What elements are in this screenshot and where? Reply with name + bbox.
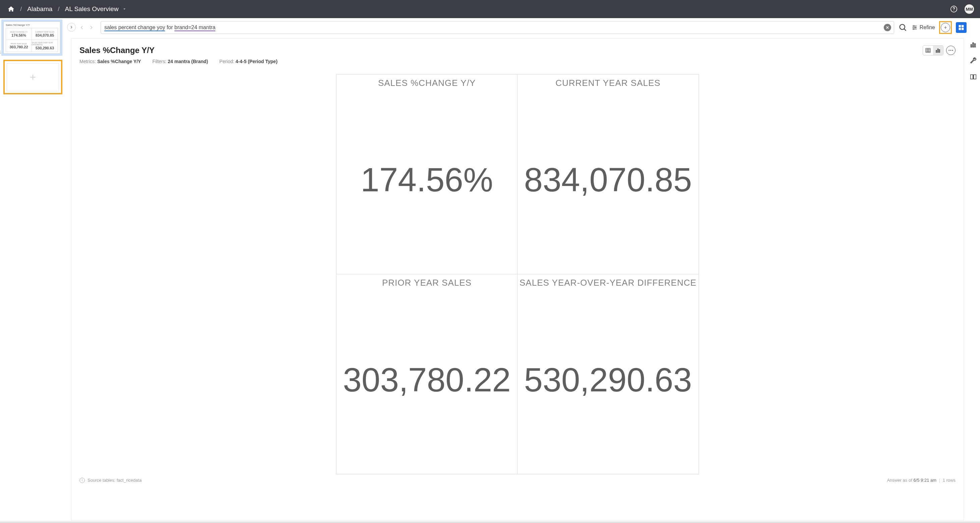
search-segment-for: for	[165, 24, 174, 30]
svg-rect-15	[938, 49, 939, 53]
metric-header: SALES YEAR-OVER-YEAR DIFFERENCE	[520, 277, 697, 288]
breadcrumb-level-2[interactable]: AL Sales Overview	[65, 5, 119, 13]
svg-point-2	[899, 24, 905, 30]
view-table-button[interactable]	[923, 46, 933, 55]
svg-rect-9	[962, 28, 964, 30]
search-segment-metric: sales percent change yoy	[104, 24, 165, 31]
meta-metrics: Metrics: Sales %Change Y/Y	[80, 59, 141, 64]
metric-header: SALES %CHANGE Y/Y	[378, 78, 476, 88]
layout-grid-button[interactable]	[956, 22, 967, 33]
breadcrumb-sep: /	[58, 5, 59, 13]
metric-value: 834,070.85	[520, 88, 697, 271]
svg-rect-12	[975, 44, 976, 47]
svg-rect-16	[939, 50, 940, 53]
add-slide-button[interactable]	[7, 63, 59, 91]
search-input[interactable]: sales percent change yoy for brand=24 ma…	[100, 21, 894, 34]
help-icon[interactable]	[949, 4, 959, 14]
refine-button[interactable]: Refine	[912, 24, 935, 30]
search-segment-filter: brand=24 mantra	[174, 24, 215, 31]
user-avatar[interactable]: MM	[964, 4, 974, 14]
metric-header: PRIOR YEAR SALES	[382, 277, 472, 288]
svg-rect-13	[926, 48, 931, 53]
metric-header: CURRENT YEAR SALES	[555, 78, 660, 88]
metric-grid: SALES %CHANGE Y/Y 174.56% CURRENT YEAR S…	[336, 74, 698, 474]
metric-value: 174.56%	[339, 88, 515, 271]
wrench-icon[interactable]	[970, 57, 977, 64]
slide-thumbnail-1[interactable]: Sales %Change Y/Y SALES %CHANGE Y/Y174.5…	[3, 21, 60, 54]
footer-source-tables: Source tables: fact_ricedata	[88, 478, 142, 483]
app-header: / Alabama / AL Sales Overview MM	[0, 0, 980, 18]
add-card-button[interactable]	[941, 23, 950, 32]
svg-rect-10	[971, 45, 972, 47]
answer-card: Sales %Change Y/Y	[71, 38, 964, 520]
svg-rect-14	[936, 50, 937, 53]
svg-point-1	[953, 10, 954, 11]
search-icon[interactable]	[898, 23, 908, 32]
svg-rect-6	[959, 25, 961, 27]
right-rail	[967, 18, 980, 523]
svg-rect-7	[962, 25, 964, 27]
card-title: Sales %Change Y/Y	[80, 46, 154, 55]
svg-point-5	[913, 29, 914, 30]
svg-rect-8	[959, 28, 961, 30]
thumb-title: Sales %Change Y/Y	[6, 24, 58, 27]
toolbar: sales percent change yoy for brand=24 ma…	[78, 21, 967, 34]
svg-rect-11	[973, 43, 974, 47]
svg-point-3	[913, 26, 914, 27]
add-slide-highlight	[3, 60, 62, 94]
metric-value: 530,290.63	[520, 288, 697, 471]
metric-cell-yoy-difference: SALES YEAR-OVER-YEAR DIFFERENCE 530,290.…	[517, 274, 698, 474]
svg-point-17	[948, 50, 950, 51]
view-chart-button[interactable]	[933, 46, 943, 55]
metric-value: 303,780.22	[339, 288, 515, 471]
svg-point-4	[915, 27, 916, 28]
metric-cell-sales-pct-change: SALES %CHANGE Y/Y 174.56%	[336, 75, 517, 274]
nav-forward-button[interactable]	[87, 24, 95, 32]
refine-label: Refine	[920, 24, 935, 30]
clear-search-icon[interactable]	[884, 24, 891, 31]
bar-chart-icon[interactable]	[970, 41, 977, 48]
metric-cell-prior-year-sales: PRIOR YEAR SALES 303,780.22	[336, 274, 517, 474]
meta-filters: Filters: 24 mantra (Brand)	[152, 59, 208, 64]
panel-collapse-handle[interactable]	[67, 23, 76, 32]
home-icon[interactable]	[7, 5, 15, 13]
svg-point-19	[952, 50, 953, 51]
chevron-down-icon[interactable]	[123, 7, 126, 11]
breadcrumb-level-1[interactable]: Alabama	[27, 5, 52, 13]
card-more-button[interactable]	[946, 46, 956, 55]
metric-cell-current-year-sales: CURRENT YEAR SALES 834,070.85	[517, 75, 698, 274]
meta-period: Period: 4-4-5 (Period Type)	[220, 59, 277, 64]
breadcrumb-sep: /	[20, 5, 22, 13]
svg-point-18	[950, 50, 951, 51]
info-icon[interactable]: i	[80, 478, 85, 483]
footer-right: Answer as of 6/5 9:21 am | 1 rows	[887, 478, 956, 483]
view-toggle	[923, 45, 943, 56]
add-card-highlight	[939, 21, 952, 34]
nav-back-button[interactable]	[78, 24, 86, 32]
slide-number: 1	[0, 49, 1, 54]
slides-panel: Sales %Change Y/Y SALES %CHANGE Y/Y174.5…	[0, 18, 65, 523]
book-icon[interactable]	[970, 73, 977, 81]
